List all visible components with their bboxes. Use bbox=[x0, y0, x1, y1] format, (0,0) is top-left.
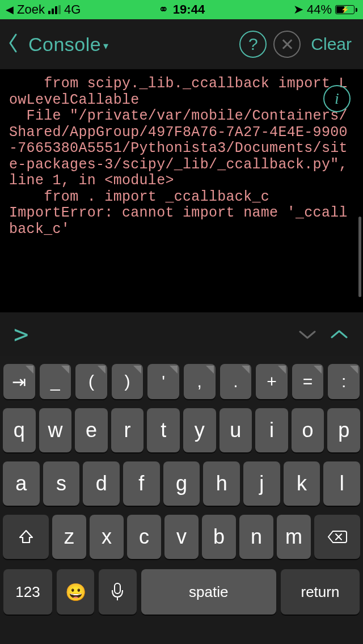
key-u[interactable]: u bbox=[220, 408, 252, 452]
key-plus[interactable]: + bbox=[256, 364, 288, 399]
key-lparen[interactable]: ( bbox=[75, 364, 107, 399]
key-f[interactable]: f bbox=[123, 461, 160, 506]
key-period[interactable]: . bbox=[220, 364, 252, 399]
svg-rect-0 bbox=[115, 583, 120, 594]
dropdown-icon: ▾ bbox=[103, 40, 109, 52]
close-icon: ✕ bbox=[280, 35, 294, 54]
key-p[interactable]: p bbox=[327, 408, 360, 452]
mic-icon bbox=[111, 582, 124, 601]
key-a[interactable]: a bbox=[3, 461, 40, 506]
key-e[interactable]: e bbox=[75, 408, 108, 452]
emoji-icon: 😀 bbox=[65, 582, 86, 602]
header-title: Console bbox=[28, 33, 101, 55]
key-comma[interactable]: , bbox=[184, 364, 216, 399]
key-rparen[interactable]: ) bbox=[112, 364, 143, 399]
keyboard-row-1: q w e r t y u i o p bbox=[0, 404, 363, 457]
prompt-symbol: > bbox=[14, 320, 29, 349]
key-dictate[interactable] bbox=[99, 569, 136, 615]
clear-button[interactable]: Clear bbox=[307, 35, 355, 54]
scrollbar[interactable] bbox=[358, 217, 361, 297]
key-s[interactable]: s bbox=[43, 461, 80, 506]
keyboard-bottom-row: 123 😀 spatie return bbox=[0, 564, 363, 622]
app-header: Console▾ ? ✕ Clear bbox=[0, 19, 363, 69]
key-l[interactable]: l bbox=[323, 461, 360, 506]
key-backspace[interactable] bbox=[314, 515, 360, 559]
key-i[interactable]: i bbox=[255, 408, 288, 452]
history-down-button[interactable] bbox=[297, 324, 318, 345]
back-to-app-icon[interactable]: ◀ bbox=[6, 3, 14, 16]
status-bar: ◀ Zoek 4G ⚭ 19:44 ➤ 44% ⚡ bbox=[0, 0, 363, 19]
key-equals[interactable]: = bbox=[292, 364, 324, 399]
key-h[interactable]: h bbox=[203, 461, 240, 506]
key-underscore[interactable]: _ bbox=[40, 364, 71, 399]
network-label: 4G bbox=[64, 2, 81, 17]
question-icon: ? bbox=[248, 35, 258, 54]
keyboard-row-2: a s d f g h j k l bbox=[0, 457, 363, 510]
key-o[interactable]: o bbox=[292, 408, 324, 452]
signal-icon bbox=[48, 5, 61, 14]
key-y[interactable]: y bbox=[183, 408, 216, 452]
help-button[interactable]: ? bbox=[239, 31, 267, 58]
key-k[interactable]: k bbox=[284, 461, 320, 506]
keyboard: ⇥ _ ( ) ' , . + = : q w e r t y u i o p … bbox=[0, 356, 363, 644]
info-button[interactable]: i bbox=[323, 85, 351, 112]
close-button[interactable]: ✕ bbox=[273, 31, 301, 58]
backspace-icon bbox=[327, 529, 348, 544]
battery-icon: ⚡ bbox=[335, 5, 357, 14]
key-n[interactable]: n bbox=[239, 515, 273, 559]
keyboard-row-3: z x c v b n m bbox=[0, 510, 363, 564]
key-v[interactable]: v bbox=[164, 515, 199, 559]
back-chevron-icon[interactable] bbox=[8, 33, 18, 55]
keyboard-symbol-row: ⇥ _ ( ) ' , . + = : bbox=[0, 356, 363, 404]
key-b[interactable]: b bbox=[202, 515, 236, 559]
key-w[interactable]: w bbox=[39, 408, 72, 452]
link-icon: ⚭ bbox=[158, 2, 168, 17]
info-icon: i bbox=[335, 90, 339, 108]
history-up-button[interactable] bbox=[329, 324, 349, 345]
key-t[interactable]: t bbox=[147, 408, 180, 452]
key-shift[interactable] bbox=[3, 515, 49, 559]
key-return[interactable]: return bbox=[281, 569, 360, 615]
key-q[interactable]: q bbox=[3, 408, 36, 452]
clock: 19:44 bbox=[173, 2, 205, 17]
key-d[interactable]: d bbox=[83, 461, 120, 506]
key-tab[interactable]: ⇥ bbox=[3, 364, 35, 399]
key-colon[interactable]: : bbox=[328, 364, 360, 399]
battery-pct: 44% bbox=[307, 2, 332, 17]
key-space[interactable]: spatie bbox=[141, 569, 276, 615]
key-j[interactable]: j bbox=[243, 461, 280, 506]
console-output-pane[interactable]: from scipy._lib._ccallback import LowLev… bbox=[0, 69, 363, 312]
console-output-text: from scipy._lib._ccallback import LowLev… bbox=[9, 76, 354, 238]
key-x[interactable]: x bbox=[90, 515, 124, 559]
key-m[interactable]: m bbox=[277, 515, 311, 559]
console-input-row: > bbox=[0, 312, 363, 356]
key-g[interactable]: g bbox=[163, 461, 200, 506]
key-quote[interactable]: ' bbox=[147, 364, 179, 399]
location-icon: ➤ bbox=[293, 2, 303, 17]
shift-icon bbox=[18, 528, 35, 545]
key-z[interactable]: z bbox=[52, 515, 86, 559]
key-emoji[interactable]: 😀 bbox=[57, 569, 94, 615]
header-title-dropdown[interactable]: Console▾ bbox=[28, 33, 109, 56]
key-c[interactable]: c bbox=[127, 515, 161, 559]
key-r[interactable]: r bbox=[111, 408, 144, 452]
key-123[interactable]: 123 bbox=[3, 569, 52, 615]
back-to-app-label[interactable]: Zoek bbox=[17, 2, 45, 17]
